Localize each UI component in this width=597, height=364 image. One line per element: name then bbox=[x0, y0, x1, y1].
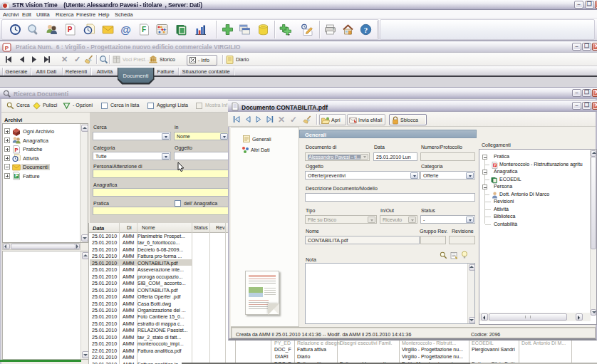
svg-text:P: P bbox=[14, 146, 18, 152]
svg-text:?: ? bbox=[364, 26, 368, 34]
svg-text:F: F bbox=[142, 26, 146, 33]
svg-text:P: P bbox=[68, 26, 73, 33]
svg-text:@: @ bbox=[120, 24, 131, 36]
svg-text:P: P bbox=[5, 44, 9, 51]
svg-text:P: P bbox=[494, 164, 496, 167]
svg-text:F: F bbox=[15, 173, 18, 178]
